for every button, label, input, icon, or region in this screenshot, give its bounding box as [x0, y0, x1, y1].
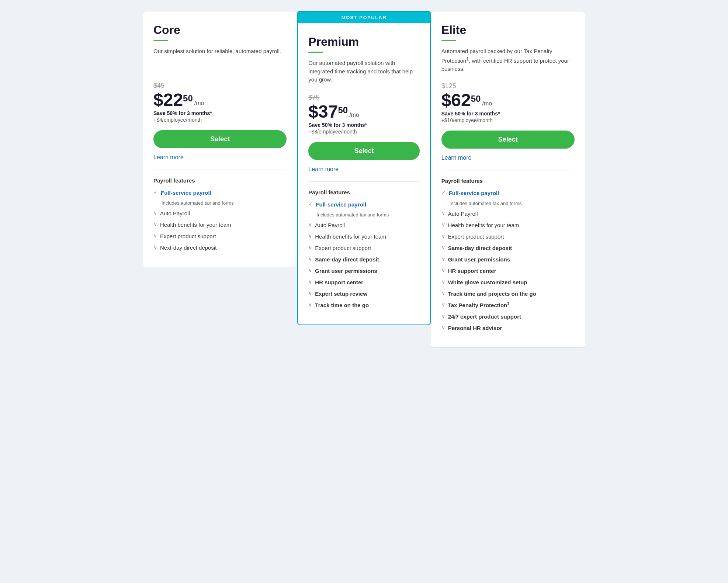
price-row-premium: $37 50 /mo — [308, 103, 419, 121]
feature-text-elite-8: Track time and projects on the go — [448, 290, 536, 298]
plan-name-premium: Premium — [308, 35, 419, 49]
feature-text-premium-6: HR support center — [315, 278, 363, 286]
chevron-icon-elite-2: ∨ — [441, 222, 445, 228]
per-employee-elite: +$10/employee/month — [441, 117, 575, 123]
feature-text-premium-2: Health benefits for your team — [315, 233, 386, 240]
feature-text-elite-1: Auto Payroll — [448, 210, 478, 218]
most-popular-banner: MOST POPULAR — [297, 11, 430, 23]
chevron-icon-premium-3: ∨ — [308, 244, 312, 250]
plan-description-premium: Our automated payroll solution with inte… — [308, 59, 419, 85]
select-button-premium[interactable]: Select — [308, 142, 419, 160]
price-row-elite: $62 50 /mo — [441, 91, 575, 109]
feature-elite-3: ∨ Expert product support — [441, 233, 575, 240]
feature-elite-11: ∨ Personal HR advisor — [441, 324, 575, 332]
feature-premium-2: ∨ Health benefits for your team — [308, 233, 419, 240]
feature-text-core-0: Full-service payroll — [161, 189, 211, 197]
feature-premium-6: ∨ HR support center — [308, 278, 419, 286]
feature-elite-7: ∨ White glove customized setup — [441, 278, 575, 286]
price-cents-elite: 50 — [471, 94, 481, 104]
chevron-icon-elite-5: ∨ — [441, 256, 445, 262]
feature-text-elite-11: Personal HR advisor — [448, 324, 502, 332]
chevron-icon-premium-6: ∨ — [308, 279, 312, 285]
chevron-icon-elite-8: ∨ — [441, 290, 445, 296]
plan-card-elite: Elite Automated payroll backed by our Ta… — [431, 11, 585, 348]
chevron-icon-premium-5: ∨ — [308, 267, 312, 273]
price-per-mo-premium: /mo — [349, 112, 359, 118]
sub-feature-core-0: Includes automated tax and forms — [162, 200, 287, 206]
chevron-icon-elite-6: ∨ — [441, 267, 445, 273]
per-employee-premium: +$8/employee/month — [308, 129, 419, 135]
feature-text-elite-3: Expert product support — [448, 233, 504, 240]
features-heading-premium: Payroll features — [308, 189, 419, 195]
feature-text-elite-2: Health benefits for your team — [448, 221, 519, 229]
feature-text-core-3: Expert product support — [160, 232, 216, 240]
price-per-mo-core: /mo — [194, 100, 204, 107]
price-per-mo-elite: /mo — [482, 100, 492, 107]
feature-text-premium-5: Grant user permissions — [315, 267, 377, 275]
learn-more-link-premium[interactable]: Learn more — [308, 166, 339, 173]
feature-text-elite-7: White glove customized setup — [448, 278, 527, 286]
feature-fullservice-premium: ✓ Full-service payroll — [308, 201, 419, 208]
per-employee-core: +$4/employee/month — [153, 117, 287, 123]
feature-premium-1: ∨ Auto Payroll — [308, 221, 419, 229]
chevron-icon-core-2: ∨ — [153, 221, 157, 227]
feature-premium-3: ∨ Expert product support — [308, 244, 419, 252]
plan-name-elite: Elite — [441, 23, 575, 37]
feature-elite-5: ∨ Grant user permissions — [441, 256, 575, 263]
green-bar-core — [153, 40, 168, 41]
feature-text-core-2: Health benefits for your team — [160, 221, 231, 229]
feature-elite-9: ∨ Tax Penalty Protection1 — [441, 301, 575, 309]
chevron-icon-premium-7: ∨ — [308, 290, 312, 296]
green-bar-premium — [308, 52, 323, 53]
chevron-icon-premium-8: ∨ — [308, 302, 312, 308]
feature-core-4: ∨ Next-day direct deposit — [153, 244, 287, 251]
feature-premium-7: ∨ Expert setup review — [308, 290, 419, 298]
feature-text-premium-8: Track time on the go — [315, 301, 369, 309]
chevron-icon-core-3: ∨ — [153, 233, 157, 239]
price-dollar-elite: $62 — [441, 91, 471, 109]
chevron-icon-premium-2: ∨ — [308, 233, 312, 239]
feature-premium-5: ∨ Grant user permissions — [308, 267, 419, 275]
feature-elite-10: ∨ 24/7 expert product support — [441, 313, 575, 320]
price-dollar-core: $22 — [153, 91, 183, 109]
feature-elite-4: ∨ Same-day direct deposit — [441, 244, 575, 252]
plan-card-premium: Premium Our automated payroll solution w… — [297, 23, 430, 325]
plan-name-core: Core — [153, 23, 287, 37]
chevron-icon-elite-9: ∨ — [441, 302, 445, 308]
feature-text-core-4: Next-day direct deposit — [160, 244, 216, 251]
select-button-core[interactable]: Select — [153, 130, 287, 148]
chevron-icon-premium-4: ∨ — [308, 256, 312, 262]
check-icon-premium-0: ✓ — [308, 201, 313, 207]
chevron-icon-core-4: ∨ — [153, 244, 157, 250]
feature-text-elite-9: Tax Penalty Protection1 — [448, 301, 509, 309]
feature-text-premium-3: Expert product support — [315, 244, 371, 252]
price-cents-core: 50 — [183, 93, 193, 104]
feature-elite-6: ∨ HR support center — [441, 267, 575, 275]
feature-text-elite-10: 24/7 expert product support — [448, 313, 521, 320]
feature-text-premium-7: Expert setup review — [315, 290, 367, 298]
feature-fullservice-core: ✓ Full-service payroll — [153, 189, 287, 197]
save-text-elite: Save 50% for 3 months* — [441, 111, 575, 117]
divider-core — [153, 170, 287, 170]
feature-core-2: ∨ Health benefits for your team — [153, 221, 287, 229]
divider-premium — [308, 181, 419, 182]
learn-more-link-core[interactable]: Learn more — [153, 154, 184, 161]
features-heading-core: Payroll features — [153, 177, 287, 184]
sub-feature-premium-0: Includes automated tax and forms — [316, 212, 419, 218]
chevron-icon-elite-1: ∨ — [441, 210, 445, 216]
plan-description-elite: Automated payroll backed by our Tax Pena… — [441, 47, 575, 73]
chevron-icon-elite-10: ∨ — [441, 313, 445, 319]
feature-text-core-1: Auto Payroll — [160, 209, 190, 217]
select-button-elite[interactable]: Select — [441, 131, 575, 149]
check-icon-elite-0: ✓ — [441, 190, 446, 195]
price-dollar-premium: $37 — [308, 103, 338, 121]
save-text-core: Save 50% for 3 months* — [153, 110, 287, 116]
check-icon-core-0: ✓ — [153, 189, 158, 195]
feature-elite-2: ∨ Health benefits for your team — [441, 221, 575, 229]
premium-wrapper: MOST POPULAR Premium Our automated payro… — [297, 11, 430, 325]
feature-text-elite-6: HR support center — [448, 267, 496, 275]
learn-more-link-elite[interactable]: Learn more — [441, 155, 472, 161]
divider-elite — [441, 170, 575, 170]
chevron-icon-elite-3: ∨ — [441, 233, 445, 239]
feature-text-premium-4: Same-day direct deposit — [315, 256, 379, 263]
